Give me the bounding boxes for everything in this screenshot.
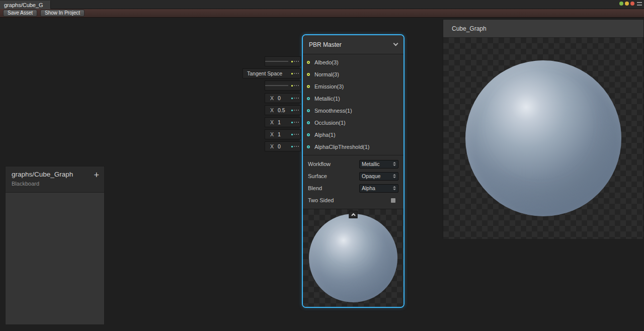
value[interactable]: 0: [274, 143, 281, 149]
setting-two-sided: Two Sided: [308, 194, 398, 206]
dropdown-value: Alpha: [362, 185, 375, 191]
color-swatch[interactable]: [265, 85, 288, 86]
port-row-metallic: Metallic(1): [303, 93, 404, 105]
x-label: X: [265, 107, 274, 113]
x-label: X: [265, 119, 274, 125]
title-bar: graphs/Cube_G: [0, 0, 644, 9]
stub-label: Tangent Space: [243, 70, 282, 76]
edge-dots: [288, 57, 300, 66]
tab-graph[interactable]: graphs/Cube_G: [0, 1, 51, 10]
port-alpha[interactable]: [307, 133, 310, 136]
pbr-master-header[interactable]: PBR Master: [303, 35, 404, 54]
workflow-dropdown[interactable]: Metallic: [359, 160, 398, 169]
occlusion-value-field[interactable]: X 1: [265, 117, 301, 127]
port-alphaclipthreshold[interactable]: [307, 145, 310, 148]
port-albedo[interactable]: [307, 61, 310, 64]
port-row-emission: Emission(3): [303, 80, 404, 93]
port-label: Emission(3): [314, 84, 344, 90]
setting-workflow: Workflow Metallic: [308, 158, 398, 170]
two-sided-checkbox[interactable]: [390, 198, 396, 203]
pbr-master-ports: Albedo(3) Normal(3) Emission(3) Metallic…: [303, 54, 404, 155]
blend-dropdown[interactable]: Alpha: [359, 184, 398, 193]
setting-blend: Blend Alpha: [308, 182, 398, 194]
port-row-normal: Normal(3): [303, 68, 404, 80]
node-preview: [303, 209, 404, 307]
emission-color-field[interactable]: [265, 80, 301, 91]
port-normal[interactable]: [307, 73, 310, 76]
blackboard-subtitle: Blackboard: [12, 181, 98, 187]
dropdown-arrows-icon: [393, 186, 396, 190]
blackboard-header[interactable]: graphs/Cube_Graph Blackboard +: [6, 167, 104, 193]
port-smoothness[interactable]: [307, 109, 310, 112]
edge-dots: [288, 94, 300, 103]
surface-dropdown[interactable]: Opaque: [359, 172, 398, 181]
blackboard-title: graphs/Cube_Graph: [12, 171, 98, 178]
value[interactable]: 0.5: [274, 107, 285, 113]
port-label: Metallic(1): [314, 96, 340, 102]
alpha-value-field[interactable]: X 1: [265, 129, 301, 139]
setting-label: Blend: [308, 185, 322, 191]
value[interactable]: 1: [274, 131, 281, 137]
master-preview-panel: Cube_Graph: [443, 19, 644, 239]
dropdown-value: Metallic: [362, 161, 380, 167]
window-controls: [619, 2, 642, 6]
port-label: Occlusion(1): [314, 120, 346, 126]
node-preview-sphere: [309, 214, 397, 302]
port-row-alphaclipthreshold: AlphaClipThreshold(1): [303, 141, 404, 153]
port-label: Smoothness(1): [314, 108, 352, 114]
setting-label: Surface: [308, 173, 327, 179]
pbr-master-title: PBR Master: [309, 41, 342, 48]
color-swatch[interactable]: [265, 61, 288, 62]
edge-dots: [288, 142, 300, 151]
window-menu-icon[interactable]: [637, 2, 642, 6]
normal-space-dropdown[interactable]: Tangent Space: [243, 68, 301, 78]
dropdown-arrows-icon: [393, 162, 396, 166]
dropdown-value: Opaque: [362, 173, 380, 179]
setting-surface: Surface Opaque: [308, 170, 398, 182]
dropdown-arrows-icon: [393, 174, 396, 178]
window-close-icon[interactable]: [630, 2, 634, 6]
port-label: Albedo(3): [314, 59, 339, 65]
albedo-color-field[interactable]: [265, 56, 301, 66]
window-minimize-icon[interactable]: [619, 2, 623, 6]
blackboard-body: [6, 193, 104, 324]
edge-dots: [288, 69, 300, 78]
master-preview-body: [443, 38, 643, 239]
show-in-project-button[interactable]: Show In Project: [40, 10, 85, 17]
x-label: X: [265, 95, 274, 101]
port-metallic[interactable]: [307, 97, 310, 100]
master-preview-title: Cube_Graph: [452, 25, 487, 32]
pbr-master-node[interactable]: PBR Master Albedo(3) Normal(3) Emission(…: [302, 34, 405, 308]
edge-dots: [288, 106, 300, 115]
toolbar: Save Asset Show In Project: [0, 9, 644, 18]
port-occlusion[interactable]: [307, 121, 310, 124]
master-preview-header[interactable]: Cube_Graph: [443, 20, 643, 38]
preview-sphere: [465, 60, 621, 216]
x-label: X: [265, 143, 274, 149]
port-row-smoothness: Smoothness(1): [303, 105, 404, 117]
shader-graph-window: graphs/Cube_G Save Asset Show In Project…: [0, 0, 644, 331]
port-label: Normal(3): [314, 71, 339, 77]
save-asset-button[interactable]: Save Asset: [3, 10, 37, 17]
port-label: Alpha(1): [314, 132, 336, 138]
edge-dots: [288, 130, 300, 139]
port-emission[interactable]: [307, 85, 310, 88]
collapse-preview-button[interactable]: [349, 211, 358, 218]
blackboard-panel: graphs/Cube_Graph Blackboard +: [5, 166, 105, 325]
port-row-alpha: Alpha(1): [303, 129, 404, 141]
value[interactable]: 1: [274, 119, 281, 125]
port-row-albedo: Albedo(3): [303, 56, 404, 68]
smoothness-value-field[interactable]: X 0.5: [265, 105, 301, 115]
edge-dots: [288, 81, 300, 90]
chevron-down-icon[interactable]: [393, 41, 398, 46]
chevron-up-icon: [351, 213, 355, 217]
setting-label: Workflow: [308, 161, 331, 167]
edge-dots: [288, 118, 300, 127]
metallic-value-field[interactable]: X 0: [265, 93, 301, 103]
value[interactable]: 0: [274, 95, 281, 101]
pbr-master-settings: Workflow Metallic Surface Opaque Blend A…: [303, 155, 404, 209]
window-maximize-icon[interactable]: [625, 2, 629, 6]
alphaclipthreshold-value-field[interactable]: X 0: [265, 141, 301, 151]
port-row-occlusion: Occlusion(1): [303, 117, 404, 129]
add-property-button[interactable]: +: [94, 171, 99, 179]
